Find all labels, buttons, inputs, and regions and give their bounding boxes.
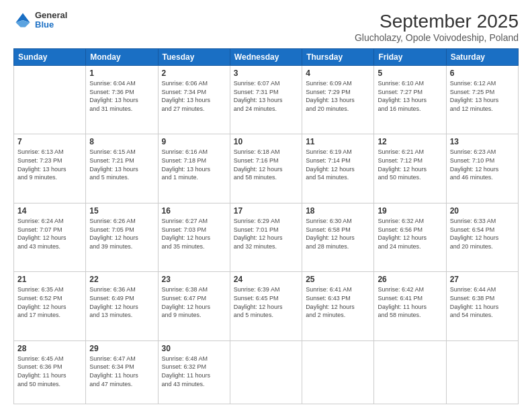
logo: General Blue (13, 11, 67, 30)
title-block: September 2025 Glucholazy, Opole Voivode… (355, 11, 519, 43)
day-info: Sunrise: 6:12 AM Sunset: 7:25 PM Dayligh… (450, 79, 515, 113)
day-number: 17 (234, 206, 298, 216)
calendar-cell: 12Sunrise: 6:21 AM Sunset: 7:12 PM Dayli… (374, 134, 446, 203)
logo-text: General Blue (35, 11, 67, 30)
day-number: 9 (162, 137, 226, 146)
calendar-cell: 1Sunrise: 6:04 AM Sunset: 7:36 PM Daylig… (86, 66, 158, 134)
calendar-cell: 22Sunrise: 6:36 AM Sunset: 6:49 PM Dayli… (86, 272, 158, 340)
day-info: Sunrise: 6:10 AM Sunset: 7:27 PM Dayligh… (378, 79, 442, 113)
calendar-week-row: 21Sunrise: 6:35 AM Sunset: 6:52 PM Dayli… (14, 272, 519, 340)
page: General Blue September 2025 Glucholazy, … (0, 0, 532, 411)
day-number: 18 (306, 206, 370, 216)
day-info: Sunrise: 6:38 AM Sunset: 6:47 PM Dayligh… (162, 285, 226, 319)
day-info: Sunrise: 6:19 AM Sunset: 7:14 PM Dayligh… (306, 148, 370, 181)
day-number: 4 (306, 68, 370, 78)
calendar-cell: 14Sunrise: 6:24 AM Sunset: 7:07 PM Dayli… (14, 203, 86, 271)
calendar-cell: 7Sunrise: 6:13 AM Sunset: 7:23 PM Daylig… (14, 134, 86, 203)
day-info: Sunrise: 6:41 AM Sunset: 6:43 PM Dayligh… (306, 285, 370, 319)
day-info: Sunrise: 6:21 AM Sunset: 7:12 PM Dayligh… (378, 148, 442, 181)
calendar-cell (302, 340, 374, 404)
calendar-cell (230, 340, 302, 404)
day-number: 21 (17, 275, 82, 284)
day-number: 16 (162, 206, 226, 216)
main-title: September 2025 (355, 11, 519, 32)
calendar-cell: 4Sunrise: 6:09 AM Sunset: 7:29 PM Daylig… (302, 66, 374, 134)
weekday-header-row: SundayMondayTuesdayWednesdayThursdayFrid… (14, 49, 519, 66)
calendar-week-row: 7Sunrise: 6:13 AM Sunset: 7:23 PM Daylig… (14, 134, 519, 203)
day-info: Sunrise: 6:13 AM Sunset: 7:23 PM Dayligh… (17, 148, 82, 181)
day-number: 28 (17, 344, 82, 353)
day-info: Sunrise: 6:44 AM Sunset: 6:38 PM Dayligh… (450, 285, 515, 319)
day-number: 29 (89, 344, 154, 353)
calendar-cell (14, 66, 86, 134)
calendar-cell: 15Sunrise: 6:26 AM Sunset: 7:05 PM Dayli… (86, 203, 158, 271)
day-number: 12 (378, 137, 442, 146)
day-number: 13 (450, 137, 515, 146)
day-info: Sunrise: 6:45 AM Sunset: 6:36 PM Dayligh… (17, 355, 82, 388)
day-number: 2 (162, 68, 226, 78)
weekday-header: Saturday (446, 49, 518, 66)
calendar-cell: 17Sunrise: 6:29 AM Sunset: 7:01 PM Dayli… (230, 203, 302, 271)
day-info: Sunrise: 6:26 AM Sunset: 7:05 PM Dayligh… (89, 217, 154, 250)
day-number: 25 (306, 275, 370, 284)
calendar-cell: 25Sunrise: 6:41 AM Sunset: 6:43 PM Dayli… (302, 272, 374, 340)
day-info: Sunrise: 6:24 AM Sunset: 7:07 PM Dayligh… (17, 217, 82, 250)
day-info: Sunrise: 6:47 AM Sunset: 6:34 PM Dayligh… (89, 355, 154, 388)
day-number: 5 (378, 68, 442, 78)
calendar-cell: 3Sunrise: 6:07 AM Sunset: 7:31 PM Daylig… (230, 66, 302, 134)
logo-icon (13, 11, 32, 30)
day-info: Sunrise: 6:32 AM Sunset: 6:56 PM Dayligh… (378, 217, 442, 250)
calendar-cell (374, 340, 446, 404)
day-info: Sunrise: 6:18 AM Sunset: 7:16 PM Dayligh… (234, 148, 298, 181)
day-info: Sunrise: 6:36 AM Sunset: 6:49 PM Dayligh… (89, 285, 154, 319)
day-number: 10 (234, 137, 298, 146)
calendar-cell: 8Sunrise: 6:15 AM Sunset: 7:21 PM Daylig… (86, 134, 158, 203)
calendar-cell: 20Sunrise: 6:33 AM Sunset: 6:54 PM Dayli… (446, 203, 518, 271)
calendar-cell: 19Sunrise: 6:32 AM Sunset: 6:56 PM Dayli… (374, 203, 446, 271)
calendar-cell: 30Sunrise: 6:48 AM Sunset: 6:32 PM Dayli… (158, 340, 230, 404)
day-number: 15 (89, 206, 154, 216)
day-number: 23 (162, 275, 226, 284)
day-info: Sunrise: 6:27 AM Sunset: 7:03 PM Dayligh… (162, 217, 226, 250)
day-info: Sunrise: 6:06 AM Sunset: 7:34 PM Dayligh… (162, 79, 226, 113)
day-number: 1 (89, 68, 154, 78)
logo-blue: Blue (35, 20, 67, 30)
day-number: 6 (450, 68, 515, 78)
day-number: 24 (234, 275, 298, 284)
day-number: 20 (450, 206, 515, 216)
day-number: 26 (378, 275, 442, 284)
day-number: 22 (89, 275, 154, 284)
day-number: 19 (378, 206, 442, 216)
calendar-cell: 6Sunrise: 6:12 AM Sunset: 7:25 PM Daylig… (446, 66, 518, 134)
day-info: Sunrise: 6:09 AM Sunset: 7:29 PM Dayligh… (306, 79, 370, 113)
day-number: 27 (450, 275, 515, 284)
day-info: Sunrise: 6:48 AM Sunset: 6:32 PM Dayligh… (162, 355, 226, 388)
calendar-table: SundayMondayTuesdayWednesdayThursdayFrid… (13, 48, 519, 404)
weekday-header: Friday (374, 49, 446, 66)
subtitle: Glucholazy, Opole Voivodeship, Poland (355, 32, 519, 43)
day-info: Sunrise: 6:15 AM Sunset: 7:21 PM Dayligh… (89, 148, 154, 181)
calendar-cell: 2Sunrise: 6:06 AM Sunset: 7:34 PM Daylig… (158, 66, 230, 134)
day-info: Sunrise: 6:07 AM Sunset: 7:31 PM Dayligh… (234, 79, 298, 113)
calendar-cell: 16Sunrise: 6:27 AM Sunset: 7:03 PM Dayli… (158, 203, 230, 271)
day-info: Sunrise: 6:30 AM Sunset: 6:58 PM Dayligh… (306, 217, 370, 250)
day-info: Sunrise: 6:23 AM Sunset: 7:10 PM Dayligh… (450, 148, 515, 181)
calendar-cell: 26Sunrise: 6:42 AM Sunset: 6:41 PM Dayli… (374, 272, 446, 340)
calendar-cell: 13Sunrise: 6:23 AM Sunset: 7:10 PM Dayli… (446, 134, 518, 203)
calendar-cell: 10Sunrise: 6:18 AM Sunset: 7:16 PM Dayli… (230, 134, 302, 203)
calendar-cell: 24Sunrise: 6:39 AM Sunset: 6:45 PM Dayli… (230, 272, 302, 340)
day-info: Sunrise: 6:04 AM Sunset: 7:36 PM Dayligh… (89, 79, 154, 113)
weekday-header: Sunday (14, 49, 86, 66)
day-number: 30 (162, 344, 226, 353)
day-info: Sunrise: 6:42 AM Sunset: 6:41 PM Dayligh… (378, 285, 442, 319)
day-info: Sunrise: 6:33 AM Sunset: 6:54 PM Dayligh… (450, 217, 515, 250)
calendar-cell: 21Sunrise: 6:35 AM Sunset: 6:52 PM Dayli… (14, 272, 86, 340)
weekday-header: Monday (86, 49, 158, 66)
day-info: Sunrise: 6:16 AM Sunset: 7:18 PM Dayligh… (162, 148, 226, 181)
calendar-cell: 29Sunrise: 6:47 AM Sunset: 6:34 PM Dayli… (86, 340, 158, 404)
calendar-cell: 5Sunrise: 6:10 AM Sunset: 7:27 PM Daylig… (374, 66, 446, 134)
calendar-cell (446, 340, 518, 404)
calendar-week-row: 14Sunrise: 6:24 AM Sunset: 7:07 PM Dayli… (14, 203, 519, 271)
calendar-cell: 9Sunrise: 6:16 AM Sunset: 7:18 PM Daylig… (158, 134, 230, 203)
day-number: 14 (17, 206, 82, 216)
